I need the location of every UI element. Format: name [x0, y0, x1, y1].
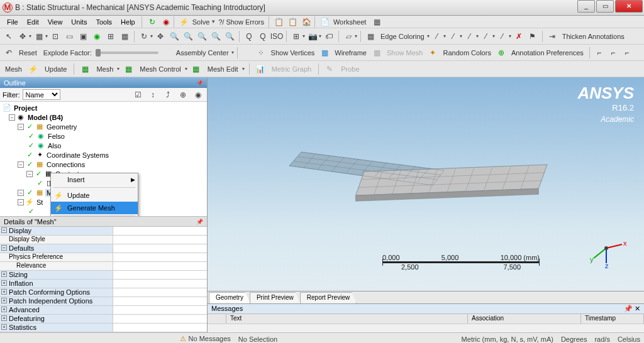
tree-model[interactable]: Model (B4) — [26, 114, 64, 121]
update-button[interactable]: Update — [42, 65, 69, 73]
box-select-icon[interactable]: ▦ — [33, 30, 45, 43]
tab-geometry[interactable]: Geometry — [209, 292, 250, 303]
status-celsius[interactable]: Celsius — [618, 335, 640, 343]
solve-icon[interactable]: ⚡ — [179, 16, 190, 28]
details-pin-icon[interactable]: 📌 — [196, 219, 203, 225]
plane-icon[interactable]: ▱ — [342, 30, 355, 43]
model-toggle[interactable]: − — [9, 114, 15, 121]
element-icon[interactable]: ▦ — [118, 30, 131, 43]
ctx-update[interactable]: ⚡Update — [51, 189, 138, 202]
tree-geometry[interactable]: Geometry — [45, 123, 78, 131]
filter-icon-3[interactable]: ⤴ — [162, 89, 174, 101]
stroke4-icon[interactable]: ∕ — [480, 30, 492, 43]
maximize-button[interactable]: ▭ — [596, 0, 614, 13]
probe-icon[interactable]: ✎ — [323, 63, 336, 75]
det-sizing[interactable]: Sizing — [9, 271, 28, 278]
metric-icon[interactable]: 📊 — [254, 63, 267, 75]
filter-icon-4[interactable]: ⊕ — [177, 89, 189, 101]
wireframe-button[interactable]: Wireframe — [332, 49, 369, 57]
flag-icon[interactable]: ⚑ — [526, 30, 539, 43]
fit-icon[interactable]: 🔍 — [196, 30, 208, 43]
det-display[interactable]: Display — [9, 227, 31, 234]
tree-project[interactable]: Project — [13, 104, 38, 112]
stop-icon[interactable]: ◉ — [160, 16, 172, 28]
tree-felso[interactable]: Felso — [47, 133, 66, 140]
det-patch-conf[interactable]: Patch Conforming Options — [9, 288, 90, 296]
vertices-icon[interactable]: ⁘ — [255, 46, 267, 59]
status-rad[interactable]: rad/s — [594, 335, 609, 343]
select-mode-icon[interactable]: ✥ — [16, 30, 29, 43]
triad-icon[interactable]: x y z — [587, 229, 625, 267]
filter-icon-2[interactable]: ↕ — [147, 89, 159, 101]
face-icon[interactable]: ▣ — [77, 30, 89, 43]
body-icon[interactable]: ◉ — [91, 30, 103, 43]
mesh-edit-icon[interactable]: ▦ — [190, 63, 203, 75]
annot-pref-icon[interactable]: ⊕ — [495, 46, 508, 59]
tool-icon-b[interactable]: 📋 — [287, 16, 299, 28]
iso-dd-icon[interactable]: ISO — [270, 30, 283, 43]
status-units[interactable]: Metric (mm, kg, N, s, mV, mA) — [462, 335, 553, 343]
tag-icon[interactable]: 🏷 — [323, 30, 335, 43]
stroke2-icon[interactable]: ∕ — [447, 30, 460, 43]
prev-view-icon[interactable]: 🔍 — [223, 30, 236, 43]
stroke1-icon[interactable]: ∕ — [431, 30, 443, 43]
close-button[interactable]: ✕ — [615, 0, 643, 13]
menu-file[interactable]: File — [3, 17, 23, 27]
reset-button[interactable]: Reset — [16, 49, 40, 57]
thicken-icon[interactable]: ⇥ — [546, 30, 558, 43]
mesh-control-icon[interactable]: ▦ — [122, 63, 135, 75]
status-degrees[interactable]: Degrees — [561, 335, 587, 343]
tool-icon-a[interactable]: 📋 — [274, 16, 285, 28]
align-x-icon[interactable]: ⌐ — [593, 46, 606, 59]
msg-col-text[interactable]: Text — [226, 314, 468, 324]
stroke5-icon[interactable]: ∕ — [496, 30, 509, 43]
menu-tools[interactable]: Tools — [91, 17, 116, 27]
det-relevance[interactable]: Relevance — [0, 262, 113, 270]
filter-select[interactable]: Name — [23, 89, 60, 100]
msg-col-time[interactable]: Timestamp — [581, 314, 644, 324]
tab-report-preview[interactable]: Report Preview — [300, 292, 357, 303]
edge-icon[interactable]: ▭ — [63, 30, 75, 43]
minimize-button[interactable]: _ — [577, 0, 595, 13]
update-icon[interactable]: ⚡ — [27, 63, 40, 75]
node-icon[interactable]: ⊞ — [104, 30, 117, 43]
det-display-style[interactable]: Display Style — [0, 236, 113, 244]
metric-graph-button[interactable]: Metric Graph — [269, 65, 314, 73]
random-colors-icon[interactable]: ✦ — [426, 46, 439, 59]
thicken-button[interactable]: Thicken Annotations — [560, 33, 627, 40]
assembly-center-dd[interactable]: Assembly Center — [174, 49, 231, 57]
vertex-icon[interactable]: ⊡ — [49, 30, 62, 43]
show-vertices-button[interactable]: Show Vertices — [269, 49, 318, 57]
tab-print-preview[interactable]: Print Preview — [250, 292, 301, 303]
filter-icon-1[interactable]: ☑ — [131, 89, 144, 101]
edge-color-icon[interactable]: ▦ — [364, 30, 377, 43]
graphics-view[interactable]: ANSYS R16.2 Academic — [208, 77, 644, 291]
outline-tree[interactable]: 📄Project −◉Model (B4) −✓▦Geometry ✓◉Fels… — [0, 102, 207, 216]
cont-toggle[interactable]: − — [26, 171, 33, 177]
mesh-button[interactable]: Mesh — [94, 65, 116, 73]
tree-ss[interactable]: St — [35, 199, 44, 206]
tool-icon-c[interactable]: 🏠 — [301, 16, 313, 28]
det-defeaturing[interactable]: Defeaturing — [9, 315, 45, 322]
det-physics[interactable]: Physics Preference — [0, 253, 113, 261]
screenshot-icon[interactable]: 📷 — [306, 30, 319, 43]
menu-edit[interactable]: Edit — [23, 17, 43, 27]
filter-icon-5[interactable]: ◉ — [192, 89, 204, 101]
geom-toggle[interactable]: − — [18, 124, 24, 130]
ctx-generate-mesh[interactable]: ⚡Generate Mesh — [51, 202, 138, 214]
worksheet-icon[interactable]: 📄 — [319, 16, 331, 28]
tree-connections[interactable]: Connections — [45, 161, 86, 168]
edge-coloring-button[interactable]: Edge Coloring — [378, 33, 427, 40]
worksheet-button[interactable]: Worksheet — [331, 18, 369, 26]
annotation-prefs-button[interactable]: Annotation Preferences — [509, 49, 586, 57]
iso-icon[interactable]: Q — [243, 30, 255, 43]
ss-toggle[interactable]: − — [18, 199, 24, 205]
det-defaults[interactable]: Defaults — [9, 244, 34, 252]
refresh-icon[interactable]: ↻ — [147, 16, 158, 28]
tree-also[interactable]: Also — [47, 142, 62, 150]
det-inflation[interactable]: Inflation — [9, 280, 33, 287]
det-statistics[interactable]: Statistics — [9, 324, 36, 331]
reset-icon[interactable]: ↶ — [3, 46, 15, 59]
det-patch-ind[interactable]: Patch Independent Options — [9, 297, 92, 305]
explode-slider[interactable] — [96, 52, 158, 54]
